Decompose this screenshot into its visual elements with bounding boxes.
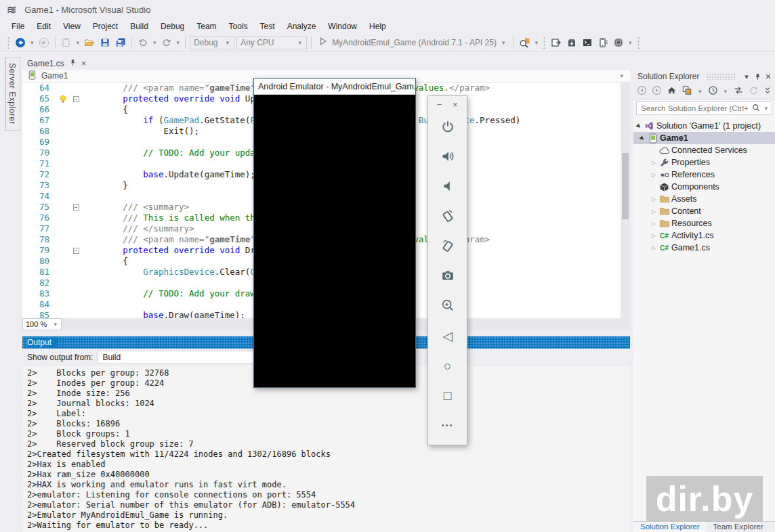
- se-overflow-button[interactable]: [763, 85, 772, 97]
- expanded-arrow-icon[interactable]: ▶: [635, 123, 643, 129]
- tree-item-references[interactable]: ▷References: [633, 169, 775, 181]
- emu-rotate-right-button[interactable]: [434, 231, 461, 261]
- paste-button[interactable]: [60, 36, 73, 49]
- tree-item-resources[interactable]: ▷Resources: [633, 217, 775, 229]
- emu-zoom-button[interactable]: [434, 291, 461, 321]
- menu-project[interactable]: Project: [87, 20, 124, 33]
- emu-home-button[interactable]: ○: [434, 351, 461, 380]
- editor-vertical-scrollbar[interactable]: [621, 83, 630, 318]
- redo-button[interactable]: [160, 36, 173, 49]
- emu-power-button[interactable]: [434, 112, 461, 142]
- chevron-down-icon[interactable]: ▾: [175, 39, 182, 46]
- solution-config-combo[interactable]: Debug▾: [190, 36, 234, 49]
- fold-collapse-box[interactable]: −: [73, 96, 79, 102]
- lightbulb-icon[interactable]: [59, 93, 70, 104]
- nav-back-button[interactable]: [14, 36, 27, 49]
- menu-window[interactable]: Window: [322, 20, 363, 33]
- toolbar-grip[interactable]: [637, 37, 640, 49]
- undo-button[interactable]: [136, 36, 150, 49]
- menu-test[interactable]: Test: [254, 20, 281, 33]
- se-refresh-button[interactable]: [749, 85, 759, 97]
- tree-item-solution-game1-1-project[interactable]: ▶Solution 'Game1' (1 project): [633, 120, 775, 132]
- tree-item-connected-services[interactable]: Connected Services: [633, 144, 775, 156]
- se-sync-button[interactable]: [733, 85, 744, 97]
- emu-volume-up-button[interactable]: [434, 142, 461, 172]
- chevron-down-icon[interactable]: ▾: [29, 39, 35, 46]
- chevron-down-icon[interactable]: ▾: [533, 39, 539, 46]
- outline-margin[interactable]: −: [70, 245, 82, 256]
- tree-item-properties[interactable]: ▷Properties: [633, 156, 775, 169]
- emulator-title-bar[interactable]: Android Emulator - MyAndroidEmul_Gam...: [254, 79, 415, 95]
- emu-camera-button[interactable]: [434, 261, 461, 291]
- close-icon[interactable]: ×: [453, 100, 458, 109]
- toolbar-grip[interactable]: [7, 37, 10, 49]
- solution-explorer-header[interactable]: Solution Explorer ▾ ×: [633, 70, 775, 83]
- fold-collapse-box[interactable]: −: [73, 248, 79, 254]
- emu-back-button[interactable]: ◁: [434, 321, 461, 351]
- panel-menu-icon[interactable]: ▾: [743, 72, 750, 81]
- editor-zoom-control[interactable]: 100 % ▾: [22, 318, 62, 330]
- tree-item-game1-cs[interactable]: ▷C#Game1.cs: [633, 242, 775, 254]
- search-box[interactable]: ▾: [636, 102, 772, 115]
- collapsed-arrow-icon[interactable]: ▷: [650, 208, 658, 215]
- package-button[interactable]: [565, 36, 579, 49]
- tree-item-activity1-cs[interactable]: ▷C#Activity1.cs: [633, 229, 775, 242]
- outline-margin[interactable]: −: [70, 93, 82, 104]
- emu-more-button[interactable]: •••: [434, 410, 461, 440]
- emu-volume-down-button[interactable]: [434, 172, 461, 202]
- menu-view[interactable]: View: [57, 20, 87, 33]
- se-forward-button[interactable]: [652, 85, 662, 97]
- collapsed-arrow-icon[interactable]: ▷: [650, 172, 658, 178]
- chevron-down-icon[interactable]: ▾: [763, 105, 769, 112]
- save-all-button[interactable]: [114, 36, 127, 49]
- output-log[interactable]: 2> Blocks per group: 327682> Inodes per …: [22, 366, 630, 532]
- collapsed-arrow-icon[interactable]: ▷: [650, 245, 658, 251]
- emulator-screen[interactable]: [254, 95, 415, 387]
- deploy-button[interactable]: [549, 36, 563, 49]
- collapsed-arrow-icon[interactable]: ▷: [650, 160, 658, 166]
- tree-item-assets[interactable]: ▷Assets: [633, 193, 775, 205]
- collapsed-arrow-icon[interactable]: ▷: [650, 233, 658, 239]
- navbar-dropdown-icon[interactable]: ▾: [619, 72, 625, 79]
- menu-debug[interactable]: Debug: [154, 20, 190, 33]
- chevron-down-icon[interactable]: ▾: [697, 88, 703, 95]
- collapsed-arrow-icon[interactable]: ▷: [650, 196, 658, 202]
- chevron-down-icon[interactable]: ▾: [75, 39, 81, 46]
- search-input[interactable]: [640, 104, 749, 113]
- menu-analyze[interactable]: Analyze: [281, 20, 322, 33]
- save-button[interactable]: [98, 36, 112, 49]
- emu-overview-button[interactable]: □: [434, 380, 461, 410]
- expanded-arrow-icon[interactable]: ▶: [638, 135, 646, 141]
- menu-tools[interactable]: Tools: [223, 20, 254, 33]
- tree-item-game1[interactable]: ▶Game1: [633, 132, 775, 144]
- tab-game1cs[interactable]: Game1.cs ×: [22, 57, 91, 70]
- adb-console-button[interactable]: [581, 36, 594, 49]
- close-tab-icon[interactable]: ×: [81, 59, 87, 68]
- menu-file[interactable]: File: [5, 20, 30, 33]
- chevron-down-icon[interactable]: ▾: [627, 39, 633, 46]
- toolbar-grip[interactable]: [543, 37, 546, 49]
- fold-collapse-box[interactable]: −: [73, 204, 79, 210]
- tree-item-components[interactable]: Components: [633, 181, 775, 193]
- emu-rotate-left-button[interactable]: [434, 202, 461, 231]
- tab-solution-explorer[interactable]: Solution Explorer: [633, 522, 707, 532]
- device-manager-button[interactable]: [596, 36, 610, 49]
- menu-edit[interactable]: Edit: [30, 20, 57, 33]
- chevron-down-icon[interactable]: ▾: [152, 39, 158, 46]
- chevron-down-icon[interactable]: ▾: [723, 88, 729, 95]
- se-home-button[interactable]: [667, 85, 677, 97]
- minimize-icon[interactable]: –: [437, 100, 442, 108]
- start-debug-button[interactable]: MyAndroidEmul_Game (Android 7.1 - API 25…: [316, 37, 509, 48]
- device-log-button[interactable]: [518, 36, 531, 49]
- platform-combo[interactable]: Any CPU▾: [236, 36, 307, 49]
- tree-item-content[interactable]: ▷Content: [633, 205, 775, 217]
- navbar-class-name[interactable]: Game1: [41, 71, 68, 81]
- pin-icon[interactable]: [69, 59, 77, 68]
- se-switch-views-button[interactable]: [682, 85, 692, 97]
- menu-build[interactable]: Build: [124, 20, 154, 33]
- tab-team-explorer[interactable]: Team Explorer: [707, 522, 770, 532]
- collapsed-arrow-icon[interactable]: ▷: [650, 221, 658, 227]
- pin-icon[interactable]: [754, 73, 761, 81]
- profiler-button[interactable]: [612, 36, 625, 49]
- se-back-button[interactable]: [637, 85, 647, 97]
